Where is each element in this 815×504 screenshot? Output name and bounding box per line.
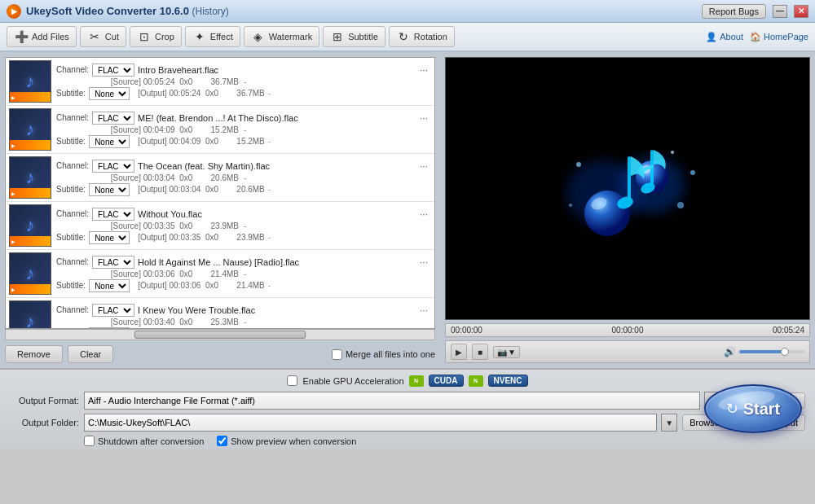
channel-select[interactable]: FLAC xyxy=(92,208,134,221)
more-button[interactable]: ··· xyxy=(416,256,431,268)
preview-time-left: 00:00:00 xyxy=(451,326,482,335)
file-item[interactable]: ♪ ▶ Channel: FLAC I Knew You Were Troubl… xyxy=(6,298,434,329)
output-folder-input[interactable] xyxy=(84,414,657,432)
title-bar: ▶ UkeySoft Video Converter 10.6.0 (Histo… xyxy=(0,0,815,23)
subtitle-select[interactable]: None xyxy=(89,231,130,244)
file-meta-source: [Source] 00:04:09 0x0 15.2MB - xyxy=(56,125,431,134)
homepage-icon: 🏠 xyxy=(750,32,761,42)
watermark-button[interactable]: ◈ Watermark xyxy=(244,26,319,47)
file-meta: Channel: FLAC Without You.flac ··· [Sour… xyxy=(56,208,431,244)
file-meta: Channel: FLAC Hold It Against Me ... Nau… xyxy=(56,256,431,292)
file-item[interactable]: ♪ ▶ Channel: FLAC Hold It Against Me ...… xyxy=(6,250,434,298)
output-folder-dropdown[interactable]: ▼ xyxy=(661,414,677,432)
homepage-link[interactable]: 🏠 HomePage xyxy=(750,32,808,42)
about-link[interactable]: 👤 About xyxy=(706,32,743,42)
toolbar-right: 👤 About 🏠 HomePage xyxy=(706,32,808,42)
subtitle-select[interactable]: None xyxy=(89,135,130,148)
output-info: [Output] 00:05:24 0x0 36.7MB xyxy=(138,89,265,98)
file-list-hscroll[interactable] xyxy=(5,329,435,340)
minimize-button[interactable]: — xyxy=(773,5,787,18)
file-thumb: ♪ ▶ xyxy=(9,60,51,103)
gpu-checkbox[interactable] xyxy=(287,375,297,386)
file-item[interactable]: ♪ ▶ Channel: FLAC ME! (feat. Brendon ...… xyxy=(6,106,434,154)
merge-checkbox-area[interactable]: Merge all files into one xyxy=(332,349,435,360)
cut-button[interactable]: ✂ Cut xyxy=(80,26,126,47)
channel-select[interactable]: FLAC xyxy=(92,256,134,269)
more-button[interactable]: ··· xyxy=(416,160,431,172)
effect-label: Effect xyxy=(210,32,233,42)
clear-button[interactable]: Clear xyxy=(68,345,113,363)
file-meta-source: [Source] 00:03:06 0x0 21.4MB - xyxy=(56,270,431,278)
channel-select[interactable]: FLAC xyxy=(92,112,134,125)
effect-button[interactable]: ✦ Effect xyxy=(185,26,240,47)
file-item[interactable]: ♪ ▶ Channel: FLAC Without You.flac ··· [… xyxy=(6,202,434,250)
subtitle-label: Subtitle: xyxy=(56,185,86,194)
shutdown-checkbox[interactable] xyxy=(84,436,95,446)
channel-select[interactable]: FLAC xyxy=(92,304,134,317)
more-button[interactable]: ··· xyxy=(416,64,431,76)
output-dash: - xyxy=(268,233,271,242)
shutdown-option[interactable]: Shutdown after conversion xyxy=(84,436,204,446)
more-button[interactable]: ··· xyxy=(416,208,431,220)
file-meta: Channel: FLAC The Ocean (feat. Shy Marti… xyxy=(56,160,431,196)
crop-button[interactable]: ⊡ Crop xyxy=(130,26,182,47)
channel-select[interactable]: FLAC xyxy=(92,64,134,77)
music-icon: ♪ xyxy=(26,263,35,284)
watermark-icon: ◈ xyxy=(251,29,266,44)
camera-dropdown-icon: ▼ xyxy=(508,348,516,357)
output-info: [Output] 00:03:06 0x0 21.4MB xyxy=(138,281,265,290)
file-name: The Ocean (feat. Shy Martin).flac xyxy=(138,161,270,171)
merge-checkbox[interactable] xyxy=(332,349,342,360)
subtitle-label: Subtitle xyxy=(348,32,378,42)
about-icon: 👤 xyxy=(706,32,717,42)
app-title-text: UkeySoft Video Converter 10.6.0 xyxy=(26,5,189,17)
more-button[interactable]: ··· xyxy=(416,112,431,124)
source-dash: - xyxy=(244,125,246,134)
output-dash: - xyxy=(268,89,271,98)
file-list-scroll[interactable]: ♪ ▶ Channel: FLAC Intro Braveheart.flac … xyxy=(5,57,435,329)
thumb-bar: ▶ xyxy=(10,140,51,150)
volume-thumb xyxy=(781,348,789,356)
more-button[interactable]: ··· xyxy=(416,305,431,316)
report-bugs-button[interactable]: Report Bugs xyxy=(702,4,766,19)
music-icon: ♪ xyxy=(26,215,35,236)
subtitle-select[interactable]: None xyxy=(89,183,130,196)
file-thumb: ♪ ▶ xyxy=(9,156,51,199)
subtitle-button[interactable]: ⊞ Subtitle xyxy=(323,26,385,47)
show-preview-option[interactable]: Show preview when conversion xyxy=(217,436,356,446)
output-folder-row: Output Folder: ▼ Browse... Open Output xyxy=(10,414,805,432)
nvidia-logo: N xyxy=(409,375,424,387)
source-info: [Source] 00:03:40 0x0 25.3MB xyxy=(56,318,239,327)
rotation-button[interactable]: ↻ Rotation xyxy=(389,26,455,47)
output-format-input[interactable] xyxy=(84,392,700,410)
gpu-row: Enable GPU Acceleration N CUDA N NVENC xyxy=(10,375,805,387)
preview-time-right: 00:05:24 xyxy=(773,326,804,335)
effect-icon: ✦ xyxy=(192,29,207,44)
play-button[interactable]: ▶ xyxy=(451,344,467,360)
close-button[interactable]: ✕ xyxy=(794,5,808,18)
preview-time-middle: 00:00:00 xyxy=(612,326,644,335)
camera-icon: 📷 xyxy=(497,348,507,357)
stop-button[interactable]: ■ xyxy=(472,344,488,360)
subtitle-label: Subtitle: xyxy=(56,137,86,146)
file-meta-source: [Source] 00:03:35 0x0 23.9MB - xyxy=(56,221,431,230)
subtitle-select[interactable]: None xyxy=(89,279,130,292)
channel-label: Channel: xyxy=(56,257,89,266)
svg-point-2 xyxy=(584,191,630,236)
screenshot-button[interactable]: 📷 ▼ xyxy=(493,346,520,358)
channel-select[interactable]: FLAC xyxy=(92,160,134,173)
file-meta-row1: Channel: FLAC Without You.flac ··· xyxy=(56,208,431,221)
cuda-badge: CUDA xyxy=(429,375,464,387)
add-files-button[interactable]: ➕ Add Files xyxy=(7,26,77,47)
remove-button[interactable]: Remove xyxy=(5,345,63,363)
volume-slider[interactable] xyxy=(739,350,804,353)
subtitle-select[interactable]: None xyxy=(89,87,130,100)
source-info: [Source] 00:04:09 0x0 15.2MB xyxy=(56,125,239,134)
show-preview-checkbox[interactable] xyxy=(217,436,227,446)
thumb-bar: ▶ xyxy=(10,188,51,198)
file-name: Hold It Against Me ... Nause) [Radio].fl… xyxy=(138,257,299,267)
start-button[interactable]: ↻ Start xyxy=(704,384,802,433)
file-item[interactable]: ♪ ▶ Channel: FLAC The Ocean (feat. Shy M… xyxy=(6,154,434,202)
file-item[interactable]: ♪ ▶ Channel: FLAC Intro Braveheart.flac … xyxy=(6,58,434,106)
svg-point-11 xyxy=(677,202,684,208)
